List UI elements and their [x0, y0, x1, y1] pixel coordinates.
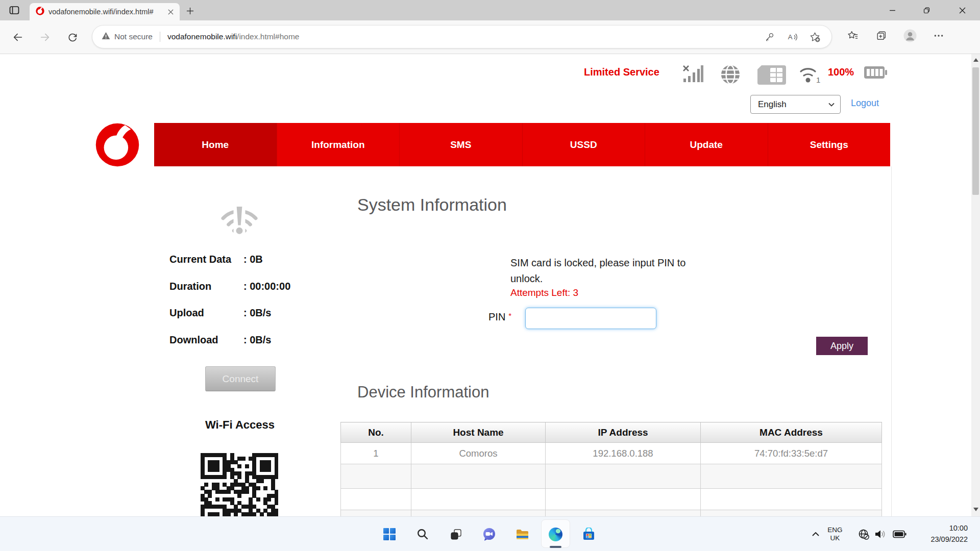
task-view-button[interactable] [449, 527, 463, 541]
battery-icon [864, 65, 888, 82]
scroll-down-arrow[interactable] [973, 508, 978, 511]
nav-item-information[interactable]: Information [277, 123, 400, 166]
table-cell: 74:70:fd:33:5e:d7 [701, 443, 882, 464]
nav-item-sms[interactable]: SMS [399, 123, 522, 166]
address-bar[interactable]: Not secure vodafonemobile.wifi/index.htm… [92, 25, 832, 48]
nav-item-home[interactable]: Home [154, 123, 277, 166]
settings-menu-icon[interactable] [932, 29, 945, 42]
nav-item-ussd[interactable]: USSD [522, 123, 645, 166]
security-label: Not secure [114, 32, 153, 41]
language-line2: UK [825, 534, 845, 542]
table-cell [341, 464, 411, 489]
pin-input[interactable] [525, 308, 656, 329]
table-row: 1Comoros192.168.0.18874:70:fd:33:5e:d7 [341, 443, 882, 464]
table-row [341, 464, 882, 489]
not-secure-warning-icon[interactable] [102, 32, 110, 42]
address-divider [160, 32, 160, 42]
device-table-column-header: No. [341, 422, 411, 443]
forward-button[interactable] [37, 29, 53, 45]
pin-label: PIN* [488, 311, 511, 323]
logout-link[interactable]: Logout [851, 98, 879, 109]
search-button[interactable] [415, 527, 430, 541]
stat-label: Download [169, 334, 218, 346]
table-cell [701, 510, 882, 517]
tray-expand-chevron[interactable] [808, 527, 823, 541]
signal-no-service-icon [682, 63, 704, 87]
stat-row: Download: 0B/s [169, 334, 384, 347]
file-explorer-button[interactable] [515, 527, 529, 541]
connect-button[interactable]: Connect [205, 366, 276, 391]
nav-item-update[interactable]: Update [645, 123, 768, 166]
table-cell: Comoros [411, 443, 546, 464]
sim-locked-line2: unlock. [510, 271, 686, 287]
language-select[interactable]: English [750, 95, 841, 114]
battery-percent-text: 100% [828, 66, 854, 78]
read-aloud-icon[interactable]: A [786, 30, 799, 43]
table-cell [546, 489, 701, 510]
tab-actions-icon[interactable] [8, 4, 20, 18]
language-indicator[interactable]: ENG UK [825, 526, 845, 542]
page-scrollbar[interactable] [971, 54, 980, 516]
wifi-qr-code [201, 453, 278, 516]
teams-chat-button[interactable] [482, 527, 496, 541]
svg-text:1: 1 [816, 76, 820, 84]
restore-button[interactable] [915, 0, 938, 20]
sim-card-icon [757, 65, 786, 87]
table-cell [341, 489, 411, 510]
vodafone-logo [95, 122, 140, 167]
favorites-icon[interactable] [846, 29, 860, 42]
device-table-column-header: Host Name [411, 422, 546, 443]
chevron-down-icon [828, 102, 835, 107]
apply-button[interactable]: Apply [816, 337, 868, 355]
add-favorite-icon[interactable] [808, 30, 821, 43]
profile-avatar[interactable] [903, 29, 917, 42]
table-cell [411, 464, 546, 489]
windows-taskbar: ENG UK 10:00 23/09/2022 [0, 516, 980, 551]
microsoft-store-button[interactable] [581, 527, 596, 541]
sim-locked-line1: SIM card is locked, please input PIN to [510, 255, 686, 271]
stat-label: Upload [169, 307, 204, 319]
table-cell [546, 464, 701, 489]
table-cell [411, 510, 546, 517]
refresh-button[interactable] [64, 29, 81, 45]
stat-value: : 0B [243, 254, 263, 265]
collections-icon[interactable] [875, 29, 888, 42]
browser-tab[interactable]: vodafonemobile.wifi/index.html# [30, 3, 180, 20]
password-key-icon[interactable] [763, 30, 776, 43]
new-tab-button[interactable] [184, 5, 196, 17]
content-right-border [891, 166, 892, 516]
router-page: Limited Service 1 100% English Logout Ho… [0, 54, 980, 516]
device-table-column-header: MAC Address [701, 422, 882, 443]
stat-value: : 0B/s [243, 307, 271, 319]
device-table: No.Host NameIP AddressMAC Address 1Comor… [340, 422, 882, 516]
table-cell [411, 489, 546, 510]
stat-value: : 0B/s [243, 334, 271, 346]
stat-row: Current Data: 0B [169, 254, 384, 267]
edge-logo [549, 528, 562, 541]
network-status-icon[interactable] [856, 527, 871, 541]
tab-close-icon[interactable] [165, 7, 176, 17]
service-status-text: Limited Service [584, 66, 659, 78]
wifi-users-icon: 1 [799, 65, 821, 87]
table-row [341, 510, 882, 517]
browser-toolbar: Not secure vodafonemobile.wifi/index.htm… [0, 20, 980, 54]
volume-icon[interactable] [873, 527, 887, 541]
scrollbar-thumb[interactable] [972, 67, 979, 195]
clock-time: 10:00 [903, 522, 968, 534]
sim-locked-message: SIM card is locked, please input PIN to … [510, 255, 686, 287]
clock[interactable]: 10:00 23/09/2022 [903, 522, 968, 545]
minimize-button[interactable] [880, 0, 904, 20]
scroll-up-arrow[interactable] [973, 58, 978, 62]
start-button[interactable] [382, 527, 397, 541]
edge-browser-button[interactable] [548, 527, 562, 541]
svg-text:A: A [788, 33, 792, 40]
stat-row: Upload: 0B/s [169, 307, 384, 320]
stat-label: Duration [169, 281, 211, 292]
clock-date: 23/09/2022 [903, 534, 968, 545]
back-button[interactable] [10, 29, 26, 45]
nav-item-settings[interactable]: Settings [768, 123, 891, 166]
url-path: /index.html#home [237, 32, 299, 41]
close-window-button[interactable] [950, 0, 974, 20]
table-cell [701, 464, 882, 489]
table-cell [341, 510, 411, 517]
